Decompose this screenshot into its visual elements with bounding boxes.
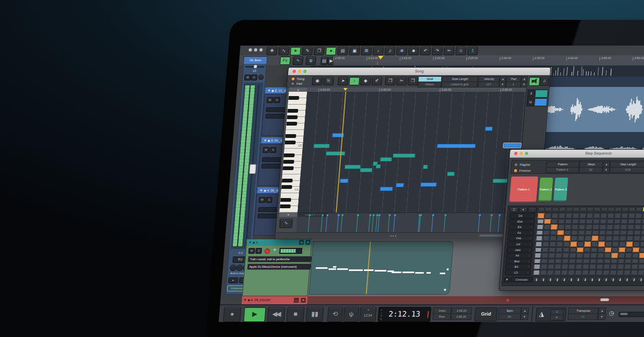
mute-button[interactable]: M — [259, 197, 266, 203]
step-cell[interactable] — [614, 213, 621, 218]
step-cell[interactable] — [626, 241, 633, 247]
step-cell[interactable] — [570, 241, 577, 247]
export-icon[interactable]: ⎘ — [323, 77, 334, 85]
step-cell[interactable] — [564, 241, 570, 247]
row-menu-icon[interactable]: ⋮ — [529, 242, 532, 246]
note-row-label[interactable]: C5⋮ — [504, 270, 531, 275]
step-cell[interactable] — [536, 236, 543, 241]
step-cell[interactable] — [613, 230, 620, 236]
step-cell[interactable] — [559, 213, 566, 218]
window-minimize-icon[interactable] — [254, 48, 257, 52]
live-label[interactable]: LIVE — [379, 309, 384, 320]
grid-tool-c[interactable]: − — [528, 207, 537, 213]
step-cell[interactable] — [548, 253, 555, 258]
black-key[interactable] — [288, 96, 299, 100]
output-route-button[interactable]: ▸ — [228, 277, 238, 283]
black-key[interactable] — [281, 185, 292, 189]
step-header-cell[interactable] — [580, 207, 587, 211]
zoom-slider[interactable] — [618, 312, 644, 317]
grid-tool-b[interactable]: ● — [519, 207, 528, 213]
step-cell[interactable] — [631, 270, 638, 275]
clip-handle-icon[interactable] — [444, 289, 446, 291]
velocity-stem[interactable] — [393, 215, 395, 232]
note-row-label[interactable]: F#4⋮ — [507, 236, 533, 241]
step-cell[interactable] — [628, 213, 635, 218]
step-cell[interactable] — [627, 230, 634, 236]
step-cell[interactable] — [605, 241, 612, 247]
mute-button[interactable]: M — [244, 75, 251, 80]
freeze-icon[interactable]: ❄ — [273, 248, 277, 252]
step-cell[interactable] — [544, 219, 551, 224]
step-header-cell[interactable] — [594, 207, 601, 211]
black-key[interactable] — [282, 179, 293, 182]
midi-note[interactable] — [340, 179, 349, 183]
step-cell[interactable] — [584, 241, 591, 247]
pan-slider[interactable] — [245, 66, 265, 68]
fader-handle[interactable] — [249, 164, 256, 174]
step-cell[interactable] — [608, 213, 614, 218]
eraser-icon[interactable]: ◆ — [360, 77, 371, 85]
song-titlebar[interactable]: Song — [288, 68, 551, 76]
step-cell[interactable] — [593, 219, 600, 224]
step-header-cell[interactable] — [608, 207, 615, 211]
note-length-value[interactable]: Linked to grid — [441, 82, 478, 87]
step-cell[interactable] — [577, 247, 584, 253]
step-cell[interactable] — [625, 253, 632, 258]
step-cell[interactable] — [594, 213, 601, 218]
step-cell[interactable] — [550, 236, 557, 241]
step-cell[interactable] — [597, 253, 604, 258]
step-cell[interactable] — [570, 236, 577, 241]
step-cell[interactable] — [592, 224, 599, 230]
step-cell[interactable] — [557, 230, 564, 236]
window-zoom-icon[interactable] — [259, 48, 262, 52]
pan-knob[interactable] — [254, 65, 257, 68]
step-velocity-cell[interactable] — [574, 277, 581, 281]
step-header-cell[interactable] — [622, 207, 629, 211]
step-cell[interactable] — [604, 253, 611, 258]
step-cell[interactable] — [621, 213, 628, 218]
solo-button[interactable]: S — [269, 147, 276, 153]
midi-note[interactable] — [326, 151, 346, 156]
solo-button[interactable]: S — [266, 197, 273, 203]
step-cell[interactable] — [569, 259, 576, 264]
pattern-value[interactable]: Pattern 1 — [545, 167, 579, 173]
step-velocity-cell[interactable] — [539, 277, 546, 281]
playlist-freerun-radios[interactable]: Playlist Freerun — [513, 162, 531, 173]
step-cell[interactable] — [591, 247, 598, 253]
step-cell[interactable] — [576, 253, 583, 258]
black-key[interactable] — [287, 109, 298, 113]
play-button[interactable]: ▶ — [243, 307, 266, 322]
step-cell[interactable] — [564, 236, 570, 241]
steps-value[interactable]: 32 — [579, 167, 603, 173]
step-cell[interactable] — [639, 253, 644, 258]
midi-note[interactable] — [423, 165, 428, 169]
step-cell[interactable] — [605, 247, 612, 253]
step-cell[interactable] — [533, 270, 540, 275]
step-cell[interactable] — [633, 241, 640, 247]
step-cell[interactable] — [640, 247, 644, 253]
step-cell[interactable] — [596, 270, 603, 275]
velocity-stem[interactable] — [431, 215, 433, 232]
arrange-timeline-ruler[interactable]: 2:05.002:10.002:15.002:20.002:25.002:30.… — [333, 55, 644, 65]
instrument-mute-button[interactable]: M — [248, 248, 255, 254]
step-cell[interactable] — [628, 219, 635, 224]
step-cell[interactable] — [548, 259, 555, 264]
step-cell[interactable] — [568, 270, 575, 275]
step-cell[interactable] — [617, 264, 624, 269]
loop-button[interactable]: ⟲ — [327, 307, 343, 322]
part-value[interactable]: 1 — [506, 82, 521, 87]
pianoroll-grid[interactable] — [298, 92, 526, 213]
record-button[interactable]: ● — [223, 307, 241, 322]
transpose-value[interactable]: +/- — [568, 313, 598, 320]
part-color-swatch[interactable] — [534, 98, 547, 106]
step-cell[interactable] — [564, 230, 571, 236]
step-velocity-cell[interactable] — [602, 277, 609, 281]
sequencer-titlebar[interactable]: Step Sequencer — [510, 150, 644, 158]
step-cell[interactable] — [627, 224, 634, 230]
step-cell[interactable] — [579, 224, 586, 230]
count-in-button[interactable]: •1234 — [359, 307, 376, 322]
part-chip-row[interactable]: 8 — [528, 90, 547, 97]
midi-note[interactable] — [485, 127, 493, 131]
step-cell[interactable] — [631, 264, 638, 269]
step-cell[interactable] — [633, 247, 640, 253]
